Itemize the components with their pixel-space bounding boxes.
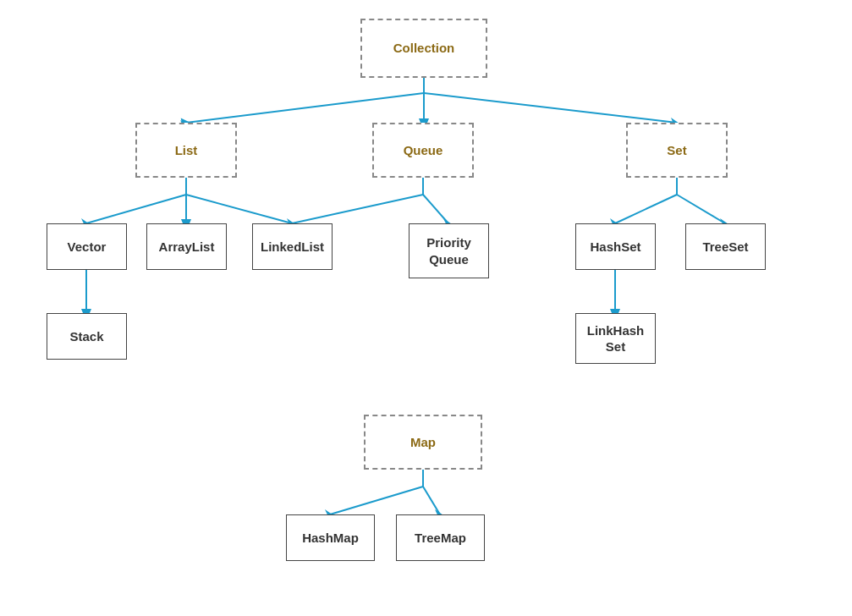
svg-line-6 <box>424 93 677 123</box>
svg-line-29 <box>330 487 423 514</box>
hashmap-node: HashMap <box>286 514 375 561</box>
svg-line-13 <box>186 195 292 223</box>
treeset-node: TreeSet <box>685 223 766 270</box>
vector-node: Vector <box>47 223 127 270</box>
linkedlist-node: LinkedList <box>252 223 333 270</box>
list-node: List <box>135 123 237 178</box>
collection-node: Collection <box>360 19 487 78</box>
arraylist-node: ArrayList <box>146 223 227 270</box>
svg-line-22 <box>677 195 725 223</box>
svg-line-9 <box>86 195 186 223</box>
stack-node: Stack <box>47 313 127 360</box>
map-node: Map <box>364 415 482 470</box>
svg-line-31 <box>423 487 440 514</box>
svg-line-18 <box>292 195 423 223</box>
svg-line-16 <box>423 195 448 223</box>
set-node: Set <box>626 123 728 178</box>
class-hierarchy-diagram: Collection List Queue Set Vector ArrayLi… <box>0 0 852 616</box>
linkhashset-node: LinkHash Set <box>575 313 656 364</box>
priorityqueue-node: Priority Queue <box>409 223 489 278</box>
treemap-node: TreeMap <box>396 514 485 561</box>
queue-node: Queue <box>372 123 474 178</box>
svg-line-20 <box>615 195 677 223</box>
hashset-node: HashSet <box>575 223 656 270</box>
svg-line-1 <box>186 93 424 123</box>
